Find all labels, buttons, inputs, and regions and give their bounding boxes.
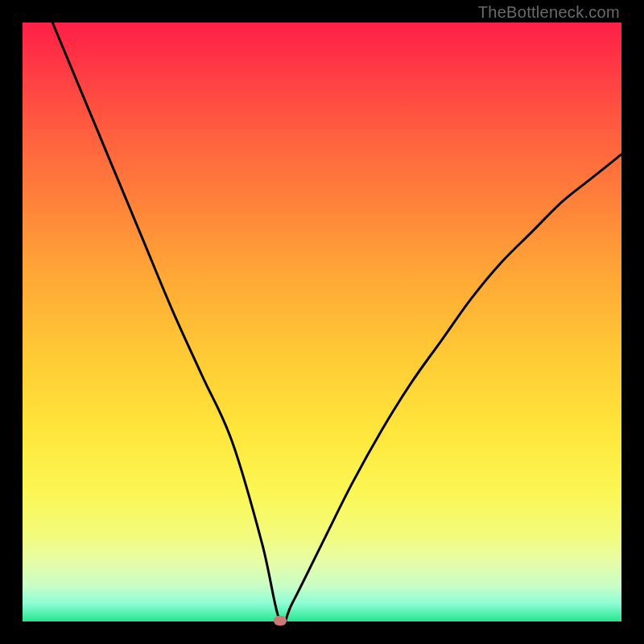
bottleneck-curve	[23, 23, 621, 621]
optimum-marker	[274, 616, 287, 625]
chart-frame: TheBottleneck.com	[0, 0, 644, 644]
watermark-text: TheBottleneck.com	[478, 3, 620, 22]
plot-area	[23, 23, 621, 621]
